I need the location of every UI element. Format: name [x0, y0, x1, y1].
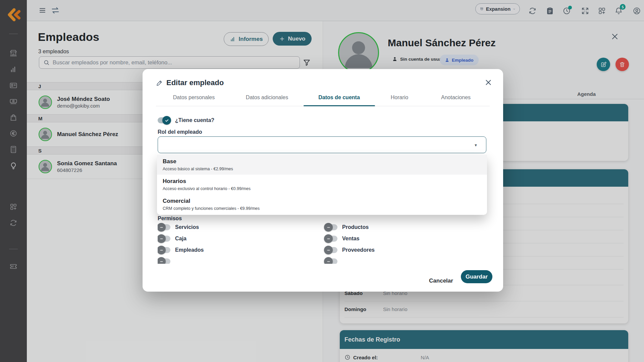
permission-proveedores: Proveedores — [325, 246, 486, 254]
permission-toggle[interactable] — [158, 236, 170, 242]
role-option-comercial[interactable]: Comercial CRM completo y funciones comer… — [157, 194, 487, 214]
tab-anotaciones[interactable]: Anotaciones — [441, 95, 471, 101]
permission-label: Servicios — [175, 224, 199, 230]
tab-horario[interactable]: Horario — [391, 95, 408, 101]
permission-partial — [158, 257, 319, 264]
tab-datos-adicionales[interactable]: Datos adicionales — [246, 95, 288, 101]
option-title: Horarios — [163, 178, 481, 185]
permission-toggle[interactable] — [325, 258, 337, 264]
role-option-base[interactable]: Base Acceso básico al sistema - €2.99/me… — [157, 155, 487, 175]
permission-caja: Caja — [158, 234, 319, 243]
tab-datos-personales[interactable]: Datos personales — [173, 95, 215, 101]
permission-ventas: Ventas — [325, 234, 486, 243]
permission-label: Ventas — [342, 236, 360, 242]
has-account-toggle[interactable] — [158, 117, 170, 123]
option-desc: CRM completo y funciones comerciales - €… — [163, 206, 481, 211]
option-title: Base — [163, 158, 481, 165]
option-title: Comercial — [163, 198, 481, 204]
permission-toggle[interactable] — [158, 224, 170, 230]
role-label: Rol del empleado — [158, 129, 202, 135]
permissions-label: Permisos — [158, 216, 182, 222]
caret-down-icon: ▼ — [474, 143, 478, 147]
option-desc: Acceso básico al sistema - €2.99/mes — [163, 167, 481, 171]
close-icon[interactable] — [485, 79, 491, 85]
modal-header: Editar empleado — [156, 78, 224, 87]
app-screen: Expansion 5 Empleados 3 empleados Inform… — [0, 0, 644, 362]
permissions-grid: Servicios Caja Empleados Productos — [158, 223, 488, 264]
pencil-icon — [156, 79, 163, 86]
role-option-horarios[interactable]: Horarios Acceso exclusivo al control hor… — [157, 175, 487, 194]
permission-partial — [325, 257, 486, 264]
has-account-label: ¿Tiene cuenta? — [175, 117, 214, 123]
permission-label: Proveedores — [342, 247, 375, 253]
role-dropdown: Base Acceso básico al sistema - €2.99/me… — [157, 155, 487, 215]
save-button[interactable]: Guardar — [461, 270, 492, 283]
active-tab-underline — [304, 105, 375, 106]
permission-productos: Productos — [325, 223, 486, 232]
tab-datos-de-cuenta[interactable]: Datos de cuenta — [318, 95, 360, 101]
modal-title: Editar empleado — [166, 78, 224, 87]
toggle-knob-check-icon — [162, 116, 171, 125]
permission-empleados: Empleados — [158, 246, 319, 254]
has-account-row: ¿Tiene cuenta? — [158, 117, 214, 123]
edit-employee-modal: Editar empleado Datos personales Datos a… — [143, 69, 503, 292]
option-desc: Acceso exclusivo al control horario - €0… — [163, 186, 481, 191]
permission-toggle[interactable] — [158, 258, 170, 264]
permission-toggle[interactable] — [325, 236, 337, 242]
permission-toggle[interactable] — [325, 247, 337, 253]
permission-label: Caja — [175, 236, 186, 242]
permission-label: Productos — [342, 224, 369, 230]
permission-toggle[interactable] — [158, 247, 170, 253]
permission-toggle[interactable] — [325, 224, 337, 230]
permission-label: Empleados — [175, 247, 204, 253]
cancel-button[interactable]: Cancelar — [426, 274, 456, 287]
permission-servicios: Servicios — [158, 223, 319, 232]
role-select[interactable]: ▼ — [158, 136, 486, 153]
